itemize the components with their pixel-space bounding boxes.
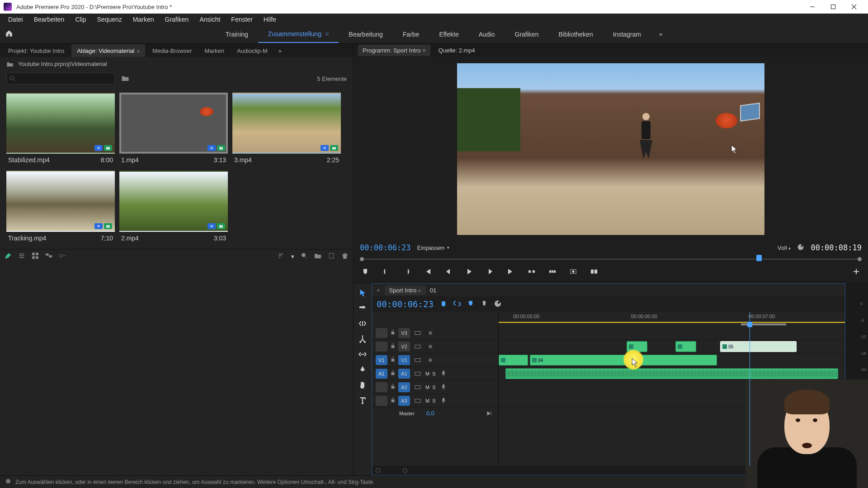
go-to-end-icon[interactable] xyxy=(485,409,495,418)
menu-clip[interactable]: Clip xyxy=(70,14,91,25)
razor-tool[interactable] xyxy=(358,334,368,344)
menu-hilfe[interactable]: Hilfe xyxy=(258,14,282,25)
tab-audioclip[interactable]: Audioclip-M xyxy=(231,44,273,57)
workspace-farbe[interactable]: Farbe xyxy=(393,26,429,42)
workspace-instagram[interactable]: Instagram xyxy=(603,26,651,42)
track-v2[interactable]: V2 xyxy=(372,340,498,353)
clip-v2-selected[interactable]: 05 xyxy=(720,341,797,352)
mark-out-button[interactable] xyxy=(401,267,412,277)
tab-projekt[interactable]: Projekt: Youtube Intro xyxy=(3,44,70,57)
minimize-button[interactable] xyxy=(802,0,823,14)
clip-a1[interactable] xyxy=(505,368,838,379)
settings-icon[interactable] xyxy=(797,244,804,252)
step-back-button[interactable] xyxy=(443,267,454,277)
timeline-timecode[interactable]: 00:00:06:23 xyxy=(377,299,434,309)
snap-icon[interactable] xyxy=(440,300,447,309)
track-a3[interactable]: A3 M S xyxy=(372,394,498,408)
track-a1[interactable]: A1 A1 M S xyxy=(372,367,498,380)
close-button[interactable] xyxy=(844,0,864,14)
go-to-in-button[interactable] xyxy=(422,267,433,277)
add-marker-icon[interactable] xyxy=(467,300,474,309)
track-v3[interactable]: V3 xyxy=(372,326,498,340)
play-button[interactable] xyxy=(464,267,475,277)
fit-dropdown[interactable]: Einpassen▾ xyxy=(417,244,450,251)
type-tool[interactable] xyxy=(358,395,368,405)
clip-1mp4[interactable]: H▮▮ 1.mp43:13 xyxy=(119,93,228,166)
clip-v2-b[interactable] xyxy=(675,341,696,352)
workspace-zusammenstellung[interactable]: Zusammenstellung≡ xyxy=(258,26,339,43)
slip-tool[interactable] xyxy=(358,349,368,359)
track-a2[interactable]: A2 M S xyxy=(372,380,498,394)
clip-tracking[interactable]: H▮▮ Tracking.mp47;10 xyxy=(6,171,115,244)
list-view-icon[interactable] xyxy=(18,252,25,261)
search-input[interactable] xyxy=(6,73,115,84)
new-bin-button[interactable] xyxy=(314,252,321,261)
track-master[interactable]: Master 0,0 xyxy=(372,408,498,419)
workspace-effekte[interactable]: Effekte xyxy=(429,26,468,42)
resolution-dropdown[interactable]: Voll ▾ xyxy=(778,244,791,251)
new-item-button[interactable] xyxy=(328,252,335,261)
clip-v1-b[interactable]: 04 xyxy=(530,355,717,366)
add-marker-button[interactable] xyxy=(360,267,371,277)
pen-tool[interactable] xyxy=(358,365,368,375)
sequence-tab[interactable]: Sport Intro ≡ xyxy=(385,286,425,295)
program-monitor[interactable] xyxy=(457,63,764,235)
playhead[interactable] xyxy=(750,312,750,466)
timeline-settings-icon[interactable] xyxy=(494,300,501,309)
clip-stabilized[interactable]: H▮▮ Stabilized.mp48:00 xyxy=(6,93,115,166)
menu-fenster[interactable]: Fenster xyxy=(226,14,258,25)
program-timecode[interactable]: 00:00:06:23 xyxy=(360,243,411,252)
zoom-slider[interactable] xyxy=(59,252,66,261)
home-button[interactable] xyxy=(0,29,18,39)
go-to-out-button[interactable] xyxy=(505,267,516,277)
workspace-overflow[interactable]: » xyxy=(651,26,670,42)
lift-button[interactable] xyxy=(526,267,537,277)
workspace-bibliotheken[interactable]: Bibliotheken xyxy=(548,26,603,42)
delete-button[interactable] xyxy=(341,252,349,261)
timeline-marker-icon[interactable] xyxy=(481,300,488,309)
tab-programm[interactable]: Programm: Sport Intro ≡ xyxy=(358,45,430,56)
menu-bearbeiten[interactable]: Bearbeiten xyxy=(28,14,70,25)
workspace-grafiken[interactable]: Grafiken xyxy=(505,26,549,42)
clip-2mp4[interactable]: H▮▮ 2.mp43:03 xyxy=(119,171,228,244)
icon-view-icon[interactable] xyxy=(32,252,39,261)
mic-icon[interactable] xyxy=(439,369,448,378)
close-sequence-icon[interactable]: × xyxy=(377,287,380,294)
menu-grafiken[interactable]: Grafiken xyxy=(160,14,194,25)
ripple-edit-tool[interactable] xyxy=(358,319,368,328)
auto-sequence-icon[interactable]: ▾ xyxy=(291,253,294,260)
workspace-audio[interactable]: Audio xyxy=(469,26,505,42)
sequence-tab-2[interactable]: 01 xyxy=(430,287,436,294)
clip-v2-a[interactable] xyxy=(627,341,647,352)
maximize-button[interactable] xyxy=(823,0,844,14)
time-ruler[interactable]: 00:00:05:00 00:00:06:00 00:00:07:00 xyxy=(499,312,845,324)
menu-sequenz[interactable]: Sequenz xyxy=(92,14,127,25)
workspace-bearbeitung[interactable]: Bearbeitung xyxy=(339,26,393,42)
hand-tool[interactable] xyxy=(358,380,368,390)
workspace-training[interactable]: Training xyxy=(216,26,258,42)
extract-button[interactable] xyxy=(547,267,558,277)
step-forward-button[interactable] xyxy=(485,267,495,277)
new-bin-icon[interactable] xyxy=(121,75,129,83)
track-v1[interactable]: V1 V1 xyxy=(372,353,498,367)
selection-tool[interactable] xyxy=(358,288,368,298)
linked-selection-icon[interactable] xyxy=(453,300,461,309)
tab-quelle[interactable]: Quelle: 2.mp4 xyxy=(434,45,480,56)
tab-media-browser[interactable]: Media-Browser xyxy=(147,44,197,57)
track-select-tool[interactable] xyxy=(358,303,368,313)
tab-marken[interactable]: Marken xyxy=(199,44,230,57)
freeform-view-icon[interactable] xyxy=(45,252,52,261)
mark-in-button[interactable] xyxy=(381,267,392,277)
freeform-icon[interactable] xyxy=(5,252,12,261)
tab-ablage[interactable]: Ablage: Videomaterial≡ xyxy=(71,44,145,57)
tab-overflow[interactable]: » xyxy=(275,44,285,57)
export-frame-button[interactable] xyxy=(568,267,579,277)
menu-datei[interactable]: Datei xyxy=(3,14,28,25)
clip-3mp4[interactable]: H▮▮ 3.mp42:25 xyxy=(232,93,341,166)
find-icon[interactable] xyxy=(301,252,308,261)
program-scrubber[interactable] xyxy=(360,255,862,263)
sort-icon[interactable] xyxy=(278,252,285,261)
clip-v1-a[interactable] xyxy=(499,355,528,366)
menu-ansicht[interactable]: Ansicht xyxy=(194,14,226,25)
comparison-view-button[interactable] xyxy=(589,267,599,277)
